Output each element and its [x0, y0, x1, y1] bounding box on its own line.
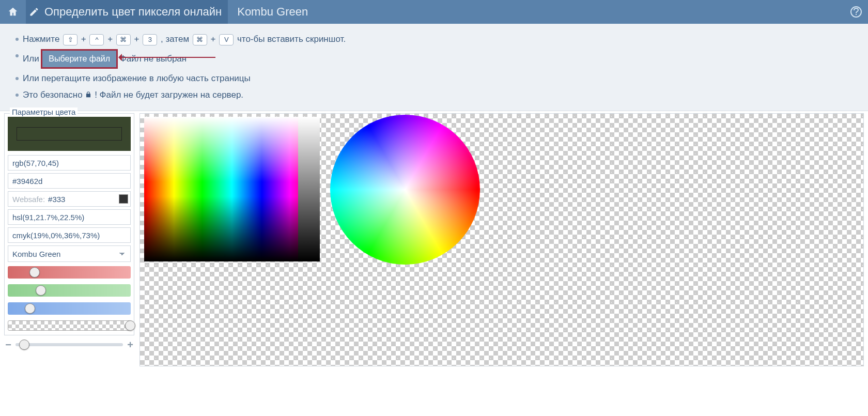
- panel-legend: Параметры цвета: [10, 107, 78, 116]
- home-icon: [7, 6, 19, 18]
- slider-blue-thumb[interactable]: [25, 303, 35, 314]
- sample-color-wheel: [330, 115, 480, 265]
- key-v: V: [219, 34, 234, 45]
- slider-red[interactable]: [8, 266, 131, 279]
- sample-spectrum: [144, 117, 320, 261]
- key-3: 3: [143, 34, 157, 45]
- slider-red-thumb[interactable]: [29, 267, 40, 278]
- image-canvas[interactable]: [140, 113, 864, 366]
- annotation-arrow: [119, 56, 215, 59]
- help-button[interactable]: [844, 0, 868, 24]
- instruction-drag: Или перетащите изображение в любую часть…: [5, 70, 863, 87]
- hex-input[interactable]: [8, 173, 131, 189]
- key-cmd2: ⌘: [193, 34, 207, 45]
- zoom-control: − +: [4, 341, 134, 349]
- websafe-value: #333: [48, 195, 119, 204]
- rgb-input[interactable]: [8, 155, 131, 171]
- key-cmd: ⌘: [116, 34, 131, 45]
- current-color-name: Kombu Green: [228, 5, 308, 19]
- instruction-safe: Это безопасно ! Файл не будет загружен н…: [5, 87, 863, 103]
- key-ctrl: ^: [89, 34, 104, 45]
- key-shift: ⇧: [63, 34, 78, 45]
- slider-alpha-thumb[interactable]: [125, 320, 135, 331]
- lock-icon: [85, 91, 92, 98]
- app-header: Определить цвет пикселя онлайн Kombu Gre…: [0, 0, 868, 24]
- home-button[interactable]: [0, 0, 26, 24]
- color-params-panel: Параметры цвета Websafe: #333 Kombu Gree…: [4, 113, 134, 335]
- slider-alpha[interactable]: [8, 320, 131, 331]
- color-name-select[interactable]: Kombu Green: [8, 245, 131, 262]
- hsl-input[interactable]: [8, 209, 131, 225]
- color-swatch-inner: [17, 127, 122, 141]
- zoom-slider[interactable]: [16, 343, 123, 346]
- slider-green-thumb[interactable]: [36, 285, 46, 296]
- instructions-panel: Нажмите ⇧ + ^ + ⌘ + 3 , затем ⌘ + V что-…: [0, 24, 868, 111]
- zoom-thumb[interactable]: [19, 340, 29, 350]
- choose-file-button[interactable]: Выберите файл: [41, 50, 117, 68]
- zoom-out-button[interactable]: −: [4, 341, 12, 349]
- slider-blue[interactable]: [8, 302, 131, 315]
- slider-green[interactable]: [8, 284, 131, 297]
- cmyk-input[interactable]: [8, 227, 131, 243]
- help-icon: [850, 6, 862, 18]
- websafe-row[interactable]: Websafe: #333: [8, 191, 131, 207]
- page-title: Определить цвет пикселя онлайн: [44, 5, 222, 19]
- pencil-icon: [29, 7, 39, 17]
- websafe-label: Websafe:: [12, 195, 45, 204]
- title-wrap: Определить цвет пикселя онлайн: [26, 0, 228, 24]
- zoom-in-button[interactable]: +: [126, 341, 134, 349]
- color-swatch: [8, 117, 131, 151]
- websafe-swatch: [119, 194, 128, 204]
- instruction-choose-file: Или Выберите файл Файл не выбран: [5, 48, 863, 70]
- instruction-shortcut: Нажмите ⇧ + ^ + ⌘ + 3 , затем ⌘ + V что-…: [5, 31, 863, 48]
